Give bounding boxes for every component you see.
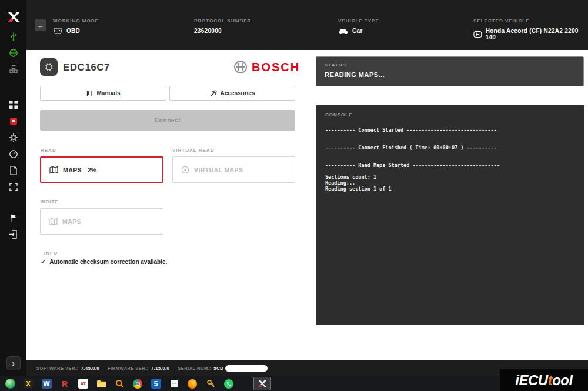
watermark-text: iECU — [515, 372, 547, 389]
back-arrow-icon: ← — [37, 21, 44, 29]
sidebar-expand-button[interactable]: › — [6, 356, 21, 370]
ecu-chip-icon — [40, 58, 58, 76]
app-r-icon[interactable]: R — [57, 377, 72, 390]
iecutool-watermark: iECUtool — [500, 369, 588, 391]
manuals-label: Manuals — [96, 90, 120, 96]
fullscreen-icon[interactable] — [0, 179, 26, 195]
console-line — [325, 133, 574, 139]
ecu-tool-active-icon[interactable] — [253, 377, 271, 390]
status-panel: STATUS READING MAPS... — [316, 56, 584, 86]
protocol-value: 23620000 — [194, 28, 222, 34]
back-button[interactable]: ← — [35, 19, 46, 31]
top-header: ← WORKING MODE OBD PROTOCOL NUMBER 23620… — [26, 0, 588, 50]
write-section-label: WRITE — [41, 199, 59, 205]
virtual-maps-label: VIRTUAL MAPS — [194, 166, 243, 173]
serial-redaction-blur — [225, 365, 268, 372]
software-version-value: 7.45.0.0 — [81, 366, 99, 371]
apps-grid-icon[interactable] — [0, 96, 26, 113]
chevron-right-icon: › — [12, 359, 15, 368]
vehicle-type-value: Car — [352, 28, 363, 34]
brand-logo: BOSCH — [233, 60, 300, 74]
serial-number-label: SERIAL NUM.: — [178, 366, 211, 371]
tools-icon — [210, 90, 217, 97]
settings-gear-icon[interactable] — [0, 129, 26, 146]
app-x-icon[interactable]: X — [21, 377, 36, 390]
car-icon — [338, 28, 349, 34]
app-window: › ← WORKING MODE OBD PROTOCOL NUMBER 236… — [0, 0, 588, 391]
console-output: ---------- Connect Started -------------… — [325, 127, 574, 192]
whatsapp-icon[interactable] — [221, 377, 236, 390]
write-maps-label: MAPS — [62, 218, 81, 225]
console-line: ---------- Read Maps Started -----------… — [325, 162, 574, 168]
virtual-maps-button[interactable]: VIRTUAL MAPS — [172, 156, 295, 183]
module-red-icon[interactable] — [0, 113, 26, 129]
protocol-label: PROTOCOL NUMBER — [194, 18, 251, 24]
selected-vehicle-label: SELECTED VEHICLE — [473, 18, 588, 24]
watermark-accent: t — [548, 372, 553, 389]
console-line — [325, 168, 574, 174]
honda-logo-icon — [473, 31, 482, 38]
ecu-name-title: EDC16C7 — [63, 62, 110, 73]
selected-vehicle-group: SELECTED VEHICLE Honda Accord (CF) N22A2… — [473, 18, 588, 41]
app-at-icon[interactable]: AT — [75, 377, 91, 390]
console-line: ---------- Connect Started -------------… — [325, 127, 574, 133]
watermark-text: ool — [552, 372, 573, 389]
console-line — [325, 156, 574, 162]
bosch-armature-icon — [233, 60, 248, 74]
console-line: Reading... — [325, 180, 574, 186]
brand-x-logo-icon[interactable] — [0, 0, 26, 28]
connect-button[interactable]: Connect — [40, 110, 295, 131]
firmware-version-value: 7.15.0.0 — [151, 366, 169, 371]
packages-icon[interactable] — [0, 61, 26, 78]
chrome-icon[interactable] — [130, 377, 145, 390]
console-line: Sections count: 1 — [325, 174, 574, 180]
console-label: CONSOLE — [325, 112, 574, 118]
read-maps-progress: 2% — [88, 166, 96, 173]
document-icon[interactable] — [0, 162, 26, 179]
manuals-button[interactable]: Manuals — [40, 86, 166, 101]
write-maps-button[interactable]: MAPS — [40, 208, 163, 235]
console-line: ---------- Connect Finished ( Time: 00:0… — [325, 145, 574, 151]
usb-connection-icon[interactable] — [0, 28, 26, 45]
word-icon[interactable]: W — [39, 377, 54, 390]
info-row: ✓ Automatic checksum correction availabl… — [41, 258, 167, 266]
map-icon — [49, 218, 58, 226]
obd-connector-icon — [53, 28, 63, 34]
virtual-read-section-label: VIRTUAL READ — [172, 148, 214, 153]
firmware-version-label: FIRMWARE VER.: — [108, 366, 149, 371]
keys-icon[interactable] — [203, 377, 218, 390]
working-mode-group: WORKING MODE OBD — [53, 18, 99, 34]
console-line: Reading section 1 of 1 — [325, 186, 574, 192]
console-line — [325, 151, 574, 156]
notepad-icon[interactable] — [166, 377, 182, 390]
selected-vehicle-value: Honda Accord (CF) N22A2 2200 140 — [486, 28, 588, 41]
start-orb-icon[interactable] — [2, 377, 18, 390]
target-icon — [181, 166, 189, 174]
serial-number-value: 5CD — [213, 366, 223, 371]
flag-icon[interactable] — [0, 209, 26, 226]
globe-icon[interactable] — [0, 45, 26, 61]
sidebar: › — [0, 0, 26, 376]
console-panel: CONSOLE ---------- Connect Started -----… — [316, 105, 584, 325]
search-icon[interactable] — [112, 377, 127, 390]
info-text: Automatic checksum correction available. — [49, 259, 167, 265]
exit-icon[interactable] — [0, 226, 26, 242]
vehicle-type-group: VEHICLE TYPE Car — [338, 18, 379, 34]
accessories-button[interactable]: Accessories — [169, 86, 295, 101]
book-icon — [86, 90, 93, 97]
read-maps-button[interactable]: MAPS 2% — [40, 156, 163, 183]
map-icon — [49, 166, 58, 174]
accessories-label: Accessories — [220, 90, 255, 96]
main-content: EDC16C7 BOSCH Manuals Accessories Conne — [26, 50, 588, 360]
working-mode-value: OBD — [66, 28, 80, 34]
info-section-label: INFO — [44, 250, 58, 256]
console-line — [325, 139, 574, 145]
app-5-icon[interactable]: 5 — [148, 377, 163, 390]
gauge-icon[interactable] — [0, 146, 26, 162]
read-section-label: READ — [41, 148, 56, 153]
protocol-group: PROTOCOL NUMBER 23620000 — [194, 18, 251, 34]
working-mode-label: WORKING MODE — [53, 18, 99, 24]
firefox-icon[interactable] — [185, 377, 200, 390]
status-label: STATUS — [325, 62, 575, 68]
file-explorer-icon[interactable] — [93, 377, 109, 390]
